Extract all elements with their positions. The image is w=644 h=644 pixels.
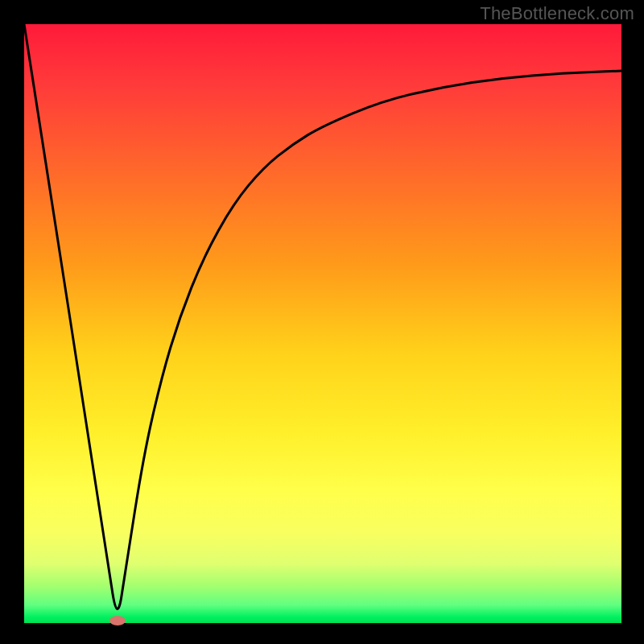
bottleneck-curve: [24, 24, 621, 623]
curve-path: [24, 24, 621, 609]
watermark-label: TheBottleneck.com: [480, 3, 634, 24]
optimal-point-marker: [109, 616, 126, 625]
plot-area: [24, 24, 621, 623]
chart-container: TheBottleneck.com: [0, 0, 644, 644]
